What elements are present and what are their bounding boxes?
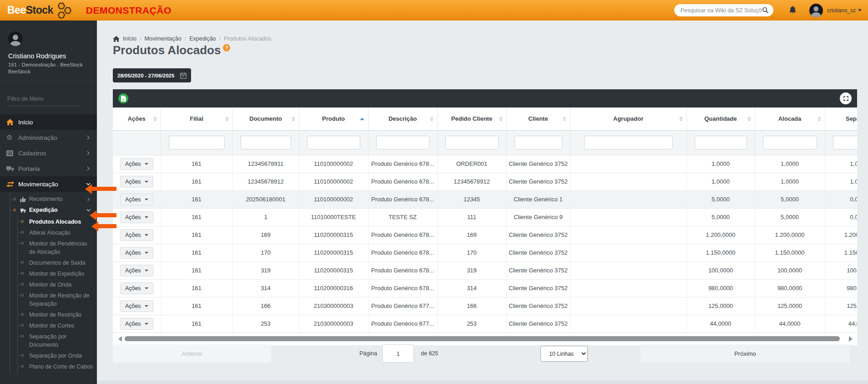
column-header-cliente[interactable]: Cliente xyxy=(506,108,570,130)
cell-agrupador xyxy=(570,155,686,173)
filter-input-alocada[interactable] xyxy=(763,136,817,149)
scrollbar-track[interactable] xyxy=(125,336,846,341)
row-actions-button[interactable]: Ações xyxy=(120,300,153,312)
column-header-separada[interactable]: Separada xyxy=(825,108,857,130)
row-actions-button[interactable]: Ações xyxy=(120,229,153,241)
row-actions-button[interactable]: Ações xyxy=(120,318,153,330)
help-icon[interactable]: ? xyxy=(223,44,230,51)
caret-down-icon xyxy=(145,199,148,200)
table-row: Ações 161 12345678911 110100000002 Produ… xyxy=(113,155,857,173)
cell-agrupador xyxy=(570,190,686,208)
acoes-cell: Ações xyxy=(113,173,161,190)
export-excel-button[interactable]: x xyxy=(118,93,128,103)
date-range-value: 28/05/2020 - 27/06/2025 xyxy=(117,73,174,78)
sidebar-item-recebimento[interactable]: Recebimento xyxy=(10,194,97,205)
filter-input-produto[interactable] xyxy=(307,136,360,149)
wiki-search-input[interactable] xyxy=(681,7,762,14)
acoes-cell: Ações xyxy=(113,261,161,279)
next-page-button[interactable]: Próximo xyxy=(641,344,850,363)
sidebar-subitem[interactable]: Separação por Documento xyxy=(18,331,94,350)
sidebar-subitem[interactable]: Plano de Corte de Cabos xyxy=(18,361,94,372)
filter-input-cliente[interactable] xyxy=(515,136,562,149)
sidebar-subitem[interactable]: Monitor de Expedição xyxy=(18,268,94,279)
column-header-pedido-cliente[interactable]: Pedido Cliente xyxy=(437,108,506,130)
user-menu[interactable]: cristiano_sz xyxy=(827,7,862,14)
column-header-filial[interactable]: Filial xyxy=(161,108,232,130)
breadcrumb-item-inicio[interactable]: Início xyxy=(123,36,136,42)
gears-icon: ⚙ xyxy=(6,133,18,142)
cell-agrupador xyxy=(570,244,686,261)
avatar-body xyxy=(10,41,20,46)
filter-input-agrupador[interactable] xyxy=(584,136,673,149)
sidebar-avatar[interactable] xyxy=(8,31,23,46)
previous-page-button[interactable]: Anterior xyxy=(113,344,271,363)
column-header-agrupador[interactable]: Agrupador xyxy=(570,108,686,130)
brand-logo[interactable]: BeeStock xyxy=(7,1,74,20)
column-header-produto[interactable]: Produto xyxy=(299,108,368,130)
expedicao-submenu: Produtos Alocados Alterar Alocação Monit… xyxy=(17,215,97,374)
filter-input-separada[interactable] xyxy=(833,136,858,149)
chevron-right-icon xyxy=(86,166,91,171)
fullscreen-button[interactable] xyxy=(840,92,852,104)
filter-input-documento[interactable] xyxy=(241,136,291,149)
page-number-input[interactable] xyxy=(382,344,414,363)
row-actions-button[interactable]: Ações xyxy=(120,247,153,259)
acoes-cell: Ações xyxy=(113,279,161,297)
filter-input-filial[interactable] xyxy=(169,136,225,149)
sidebar-item-label: Cadastros xyxy=(18,150,46,157)
scrollbar-thumb[interactable] xyxy=(125,336,840,341)
sidebar-item-movimentacao[interactable]: Movimentação xyxy=(0,176,97,192)
sidebar-item-cadastros[interactable]: Cadastros xyxy=(0,145,97,161)
page-size-select[interactable]: 10 Linhas xyxy=(540,346,588,362)
sidebar-item-administracao[interactable]: ⚙ Administração xyxy=(0,130,97,145)
filter-input-pedido-cliente[interactable] xyxy=(445,136,499,149)
cell-produto: 110100000002 xyxy=(299,190,368,208)
cell-produto: 110200000316 xyxy=(299,279,368,297)
notifications-button[interactable] xyxy=(789,5,797,15)
sidebar-subitem[interactable]: Documentos de Saída xyxy=(18,257,94,268)
date-range-picker[interactable]: 28/05/2020 - 27/06/2025 xyxy=(113,68,191,82)
sidebar-menu: Início ⚙ Administração Cadastros Portari… xyxy=(0,114,97,374)
column-header-descricao[interactable]: Descrição xyxy=(368,108,437,130)
annotation-arrow-expedicao xyxy=(96,213,116,217)
column-header-acoes[interactable]: Ações xyxy=(113,108,161,130)
cell-quantidade: 44,0000 xyxy=(686,315,755,333)
filter-input-quantidade[interactable] xyxy=(695,136,747,149)
row-actions-button[interactable]: Ações xyxy=(120,282,153,294)
cell-alocada: 44,0000 xyxy=(755,315,825,333)
row-actions-button[interactable]: Ações xyxy=(120,265,153,276)
scroll-left-arrow[interactable] xyxy=(118,336,122,342)
sidebar-subitem[interactable]: Separação por Onda xyxy=(18,350,94,361)
sidebar-subitem[interactable]: Monitor de Restrição de Separação xyxy=(18,290,94,309)
search-icon[interactable] xyxy=(762,7,769,14)
breadcrumb-item-movimentacao[interactable]: Movimentação xyxy=(144,36,181,42)
sort-icon xyxy=(225,117,229,121)
row-actions-button[interactable]: Ações xyxy=(120,194,153,205)
sidebar-subitem[interactable]: Monitor de Cortes xyxy=(18,320,94,331)
sidebar-item-expedicao[interactable]: Expedição xyxy=(10,205,97,215)
user-avatar[interactable] xyxy=(809,4,823,17)
row-actions-button[interactable]: Ações xyxy=(120,176,153,188)
column-header-documento[interactable]: Documento xyxy=(232,108,299,130)
sidebar-subitem[interactable]: Monitor de Pendências de Alocação xyxy=(18,238,94,257)
row-actions-button[interactable]: Ações xyxy=(120,211,153,223)
caret-down-icon xyxy=(145,270,148,271)
scroll-right-arrow[interactable] xyxy=(849,336,853,342)
column-header-quantidade[interactable]: Quantidade xyxy=(686,108,755,130)
cell-filial: 161 xyxy=(161,315,232,333)
sidebar-item-inicio[interactable]: Início xyxy=(0,114,97,130)
sidebar-subitem[interactable]: Monitor de Onda xyxy=(18,279,94,290)
column-header-alocada[interactable]: Alocada xyxy=(755,108,825,130)
sidebar-subitem[interactable]: Produtos Alocados xyxy=(18,216,94,227)
table-row: Ações 161 253 210300000003 Produto Genér… xyxy=(113,315,857,333)
sidebar-subitem[interactable]: Alterar Alocação xyxy=(18,227,94,238)
row-actions-button[interactable]: Ações xyxy=(120,158,153,170)
sidebar-subitem[interactable]: Monitor de Restrição xyxy=(18,309,94,320)
sort-icon xyxy=(747,117,751,121)
sidebar-item-portaria[interactable]: Portaria xyxy=(0,161,97,176)
breadcrumb-item-expedicao[interactable]: Expedição xyxy=(189,36,216,42)
filter-input-descricao[interactable] xyxy=(376,136,429,149)
tree-bullet xyxy=(21,313,24,316)
menu-filter-input[interactable] xyxy=(7,94,80,106)
breadcrumb-home-icon[interactable] xyxy=(113,36,120,42)
